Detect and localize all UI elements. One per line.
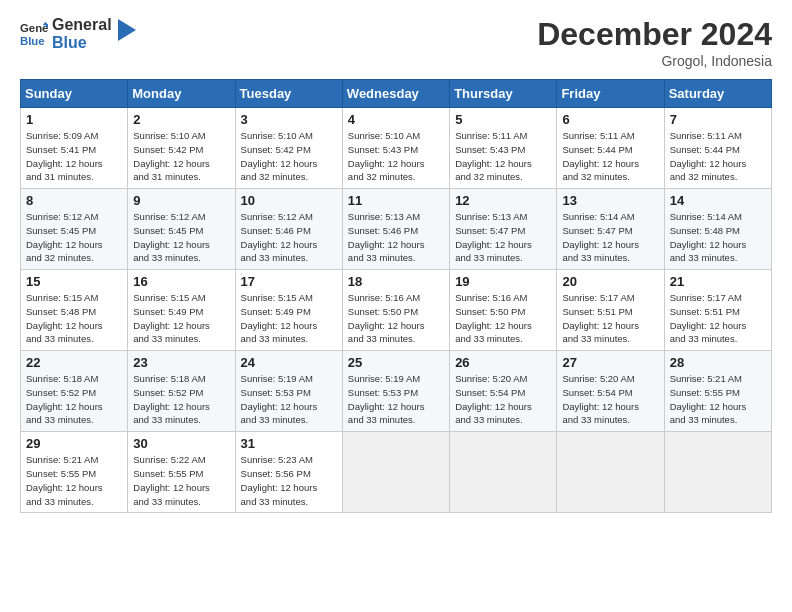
col-saturday: Saturday [664,80,771,108]
day-number: 26 [455,355,551,370]
day-cell-28: 28Sunrise: 5:21 AMSunset: 5:55 PMDayligh… [664,351,771,432]
day-info: Sunrise: 5:22 AMSunset: 5:55 PMDaylight:… [133,453,229,508]
empty-cell [342,432,449,513]
location: Grogol, Indonesia [537,53,772,69]
day-cell-5: 5Sunrise: 5:11 AMSunset: 5:43 PMDaylight… [450,108,557,189]
day-number: 21 [670,274,766,289]
header: General Blue General Blue December 2024 … [20,16,772,69]
day-info: Sunrise: 5:21 AMSunset: 5:55 PMDaylight:… [26,453,122,508]
month-title: December 2024 [537,16,772,53]
day-info: Sunrise: 5:11 AMSunset: 5:44 PMDaylight:… [562,129,658,184]
day-cell-21: 21Sunrise: 5:17 AMSunset: 5:51 PMDayligh… [664,270,771,351]
day-number: 29 [26,436,122,451]
day-number: 4 [348,112,444,127]
day-info: Sunrise: 5:21 AMSunset: 5:55 PMDaylight:… [670,372,766,427]
day-number: 23 [133,355,229,370]
logo-blue: Blue [52,34,112,52]
day-info: Sunrise: 5:10 AMSunset: 5:42 PMDaylight:… [133,129,229,184]
day-cell-22: 22Sunrise: 5:18 AMSunset: 5:52 PMDayligh… [21,351,128,432]
day-info: Sunrise: 5:23 AMSunset: 5:56 PMDaylight:… [241,453,337,508]
day-cell-20: 20Sunrise: 5:17 AMSunset: 5:51 PMDayligh… [557,270,664,351]
day-info: Sunrise: 5:19 AMSunset: 5:53 PMDaylight:… [241,372,337,427]
day-info: Sunrise: 5:20 AMSunset: 5:54 PMDaylight:… [455,372,551,427]
day-number: 16 [133,274,229,289]
day-number: 14 [670,193,766,208]
day-cell-14: 14Sunrise: 5:14 AMSunset: 5:48 PMDayligh… [664,189,771,270]
day-cell-16: 16Sunrise: 5:15 AMSunset: 5:49 PMDayligh… [128,270,235,351]
day-cell-27: 27Sunrise: 5:20 AMSunset: 5:54 PMDayligh… [557,351,664,432]
day-cell-4: 4Sunrise: 5:10 AMSunset: 5:43 PMDaylight… [342,108,449,189]
day-info: Sunrise: 5:12 AMSunset: 5:45 PMDaylight:… [133,210,229,265]
day-info: Sunrise: 5:12 AMSunset: 5:46 PMDaylight:… [241,210,337,265]
day-info: Sunrise: 5:15 AMSunset: 5:48 PMDaylight:… [26,291,122,346]
day-number: 30 [133,436,229,451]
day-cell-3: 3Sunrise: 5:10 AMSunset: 5:42 PMDaylight… [235,108,342,189]
day-number: 10 [241,193,337,208]
col-thursday: Thursday [450,80,557,108]
calendar-table: Sunday Monday Tuesday Wednesday Thursday… [20,79,772,513]
col-sunday: Sunday [21,80,128,108]
logo: General Blue General Blue [20,16,136,51]
day-info: Sunrise: 5:17 AMSunset: 5:51 PMDaylight:… [562,291,658,346]
day-number: 8 [26,193,122,208]
day-info: Sunrise: 5:09 AMSunset: 5:41 PMDaylight:… [26,129,122,184]
week-row-2: 8Sunrise: 5:12 AMSunset: 5:45 PMDaylight… [21,189,772,270]
svg-marker-4 [118,19,136,41]
logo-general: General [52,16,112,34]
day-info: Sunrise: 5:13 AMSunset: 5:46 PMDaylight:… [348,210,444,265]
day-info: Sunrise: 5:15 AMSunset: 5:49 PMDaylight:… [241,291,337,346]
week-row-5: 29Sunrise: 5:21 AMSunset: 5:55 PMDayligh… [21,432,772,513]
day-info: Sunrise: 5:10 AMSunset: 5:43 PMDaylight:… [348,129,444,184]
day-info: Sunrise: 5:13 AMSunset: 5:47 PMDaylight:… [455,210,551,265]
day-cell-13: 13Sunrise: 5:14 AMSunset: 5:47 PMDayligh… [557,189,664,270]
title-block: December 2024 Grogol, Indonesia [537,16,772,69]
day-number: 24 [241,355,337,370]
col-wednesday: Wednesday [342,80,449,108]
day-number: 5 [455,112,551,127]
day-info: Sunrise: 5:15 AMSunset: 5:49 PMDaylight:… [133,291,229,346]
day-cell-30: 30Sunrise: 5:22 AMSunset: 5:55 PMDayligh… [128,432,235,513]
day-cell-2: 2Sunrise: 5:10 AMSunset: 5:42 PMDaylight… [128,108,235,189]
day-number: 31 [241,436,337,451]
day-cell-31: 31Sunrise: 5:23 AMSunset: 5:56 PMDayligh… [235,432,342,513]
empty-cell [664,432,771,513]
day-number: 9 [133,193,229,208]
col-monday: Monday [128,80,235,108]
day-info: Sunrise: 5:10 AMSunset: 5:42 PMDaylight:… [241,129,337,184]
logo-icon: General Blue [20,20,48,48]
day-info: Sunrise: 5:17 AMSunset: 5:51 PMDaylight:… [670,291,766,346]
day-info: Sunrise: 5:14 AMSunset: 5:47 PMDaylight:… [562,210,658,265]
header-row: Sunday Monday Tuesday Wednesday Thursday… [21,80,772,108]
day-number: 27 [562,355,658,370]
day-number: 1 [26,112,122,127]
day-info: Sunrise: 5:11 AMSunset: 5:44 PMDaylight:… [670,129,766,184]
day-info: Sunrise: 5:16 AMSunset: 5:50 PMDaylight:… [455,291,551,346]
day-number: 13 [562,193,658,208]
day-cell-1: 1Sunrise: 5:09 AMSunset: 5:41 PMDaylight… [21,108,128,189]
col-friday: Friday [557,80,664,108]
day-number: 11 [348,193,444,208]
day-cell-9: 9Sunrise: 5:12 AMSunset: 5:45 PMDaylight… [128,189,235,270]
week-row-1: 1Sunrise: 5:09 AMSunset: 5:41 PMDaylight… [21,108,772,189]
day-number: 12 [455,193,551,208]
day-number: 20 [562,274,658,289]
day-cell-29: 29Sunrise: 5:21 AMSunset: 5:55 PMDayligh… [21,432,128,513]
week-row-3: 15Sunrise: 5:15 AMSunset: 5:48 PMDayligh… [21,270,772,351]
day-number: 17 [241,274,337,289]
day-number: 25 [348,355,444,370]
day-cell-19: 19Sunrise: 5:16 AMSunset: 5:50 PMDayligh… [450,270,557,351]
day-cell-11: 11Sunrise: 5:13 AMSunset: 5:46 PMDayligh… [342,189,449,270]
day-cell-8: 8Sunrise: 5:12 AMSunset: 5:45 PMDaylight… [21,189,128,270]
day-number: 7 [670,112,766,127]
day-cell-25: 25Sunrise: 5:19 AMSunset: 5:53 PMDayligh… [342,351,449,432]
day-number: 19 [455,274,551,289]
main-container: General Blue General Blue December 2024 … [0,0,792,523]
empty-cell [450,432,557,513]
logo-arrow-icon [118,19,136,41]
col-tuesday: Tuesday [235,80,342,108]
day-number: 2 [133,112,229,127]
day-info: Sunrise: 5:16 AMSunset: 5:50 PMDaylight:… [348,291,444,346]
svg-text:Blue: Blue [20,34,45,46]
day-cell-10: 10Sunrise: 5:12 AMSunset: 5:46 PMDayligh… [235,189,342,270]
empty-cell [557,432,664,513]
